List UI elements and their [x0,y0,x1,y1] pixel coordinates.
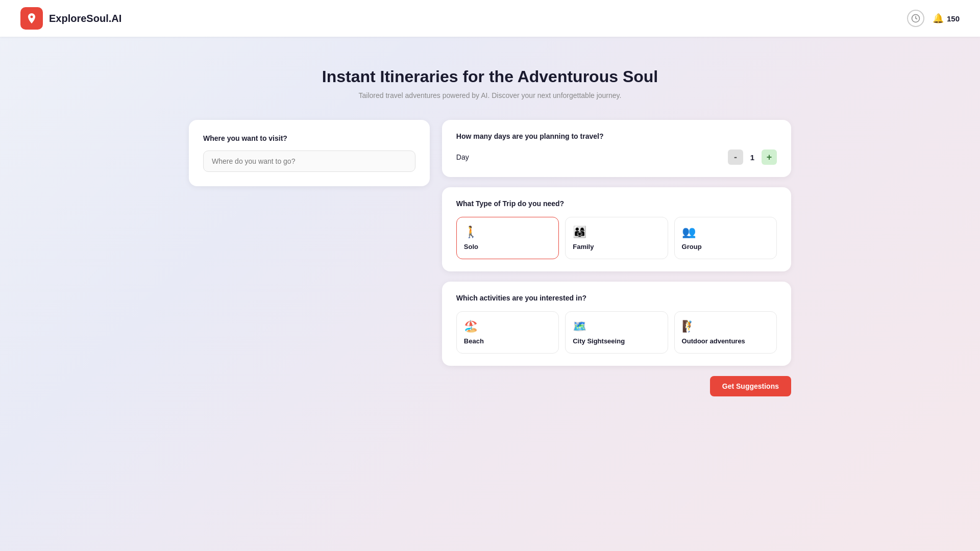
points-value: 150 [947,14,960,23]
activities-card: Which activities are you interested in? … [442,282,791,366]
app-name: ExploreSoul.AI [49,13,121,24]
destination-card: Where you want to visit? [189,120,430,186]
hero-subtitle: Tailored travel adventures powered by AI… [189,91,791,99]
trip-label-family: Family [573,243,660,251]
counter-controls: - 1 + [728,149,777,165]
activities-grid: 🏖️ Beach 🗺️ City Sightseeing 🧗 Outdoor a… [456,311,777,354]
trip-label-solo: Solo [464,243,551,251]
trip-type-title: What Type of Trip do you need? [456,199,777,208]
trip-type-grid: 🚶 Solo 👨‍👩‍👧 Family 👥 Group [456,217,777,259]
activities-title: Which activities are you interested in? [456,294,777,302]
activity-label-beach: Beach [464,337,551,345]
activity-card-beach[interactable]: 🏖️ Beach [456,311,559,354]
days-card: How many days are you planning to travel… [442,120,791,177]
day-label: Day [456,153,469,161]
main-content: Instant Itineraries for the Adventurous … [179,37,801,417]
trip-icon-family: 👨‍👩‍👧 [573,226,660,239]
destination-label: Where you want to visit? [203,134,415,142]
trip-label-group: Group [682,243,769,251]
bottom-row: Get Suggestions [189,376,791,396]
clock-icon[interactable] [907,10,924,27]
logo-icon [20,7,43,30]
activity-card-outdoor-adventures[interactable]: 🧗 Outdoor adventures [674,311,777,354]
activity-card-city-sightseeing[interactable]: 🗺️ City Sightseeing [565,311,668,354]
days-row: Day - 1 + [456,149,777,165]
header: ExploreSoul.AI 🔔 150 [0,0,980,37]
destination-input[interactable] [203,151,415,172]
trip-icon-solo: 🚶 [464,226,551,239]
activity-icon-beach: 🏖️ [464,320,551,333]
decrement-button[interactable]: - [728,149,743,165]
right-cards: How many days are you planning to travel… [442,120,791,366]
activity-label-city-sightseeing: City Sightseeing [573,337,660,345]
trip-card-group[interactable]: 👥 Group [674,217,777,259]
activity-icon-outdoor-adventures: 🧗 [682,320,769,333]
trip-type-card: What Type of Trip do you need? 🚶 Solo 👨‍… [442,187,791,271]
logo-area: ExploreSoul.AI [20,7,121,30]
activity-icon-city-sightseeing: 🗺️ [573,320,660,333]
days-title: How many days are you planning to travel… [456,132,777,140]
activity-label-outdoor-adventures: Outdoor adventures [682,337,769,345]
header-right: 🔔 150 [907,10,960,27]
trip-icon-group: 👥 [682,226,769,239]
increment-button[interactable]: + [762,149,777,165]
counter-value: 1 [747,153,757,162]
points-icon: 🔔 [933,13,944,24]
trip-card-family[interactable]: 👨‍👩‍👧 Family [565,217,668,259]
trip-card-solo[interactable]: 🚶 Solo [456,217,559,259]
points-display: 🔔 150 [933,13,960,24]
hero-title: Instant Itineraries for the Adventurous … [189,67,791,86]
get-suggestions-button[interactable]: Get Suggestions [710,376,791,396]
form-layout: Where you want to visit? How many days a… [189,120,791,366]
